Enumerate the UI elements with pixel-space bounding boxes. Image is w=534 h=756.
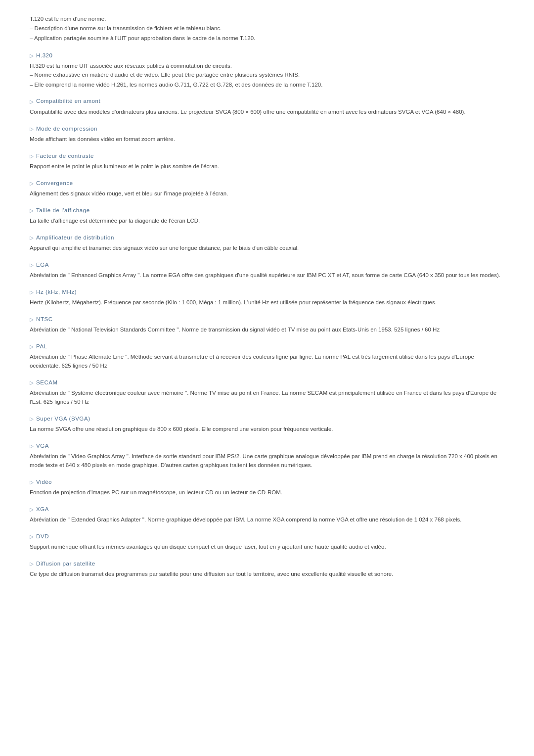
arrow-icon-mode-compression: ▷ — [30, 125, 34, 133]
entry-label-dvd: DVD — [36, 532, 49, 541]
entry-title-h320: ▷H.320 — [30, 51, 504, 60]
arrow-icon-pal: ▷ — [30, 343, 34, 350]
entry-label-ntsc: NTSC — [36, 315, 53, 324]
entry-extra-h320-0: – Norme exhaustive en matière d'audio et… — [30, 71, 504, 80]
entry-body-taille-affichage: La taille d'affichage est déterminée par… — [30, 217, 504, 226]
entry-body-convergence: Alignement des signaux vidéo rouge, vert… — [30, 189, 504, 198]
entry-body-secam: Abréviation de " Système électronique co… — [30, 389, 504, 407]
entry-title-compatibilite: ▷Compatibilité en amont — [30, 97, 504, 105]
entry-text-secam: Abréviation de " Système électronique co… — [30, 389, 504, 407]
entry-label-taille-affichage: Taille de l'affichage — [36, 206, 90, 215]
entry-body-ntsc: Abréviation de " National Television Sta… — [30, 326, 504, 334]
entry-facteur-contraste: ▷Facteur de contrasteRapport entre le po… — [30, 152, 504, 171]
arrow-icon-hz: ▷ — [30, 288, 34, 296]
entry-body-compatibilite: Compatibilité avec des modèles d'ordinat… — [30, 108, 504, 117]
arrow-icon-compatibilite: ▷ — [30, 98, 34, 105]
entry-text-compatibilite: Compatibilité avec des modèles d'ordinat… — [30, 108, 504, 117]
entry-title-secam: ▷SECAM — [30, 378, 504, 387]
entry-body-xga: Abréviation de " Extended Graphics Adapt… — [30, 516, 504, 524]
entry-text-ega: Abréviation de " Enhanced Graphics Array… — [30, 271, 504, 280]
arrow-icon-vga: ▷ — [30, 442, 34, 450]
entry-body-pal: Abréviation de " Phase Alternate Line ".… — [30, 353, 504, 371]
entry-text-vga: Abréviation de " Video Graphics Array ".… — [30, 452, 504, 470]
entry-body-svga: La norme SVGA offre une résolution graph… — [30, 425, 504, 434]
entry-text-taille-affichage: La taille d'affichage est déterminée par… — [30, 217, 504, 226]
entry-title-svga: ▷Super VGA (SVGA) — [30, 415, 504, 423]
entry-body-vga: Abréviation de " Video Graphics Array ".… — [30, 452, 504, 470]
entry-title-amplificateur: ▷Amplificateur de distribution — [30, 234, 504, 242]
entry-compatibilite: ▷Compatibilité en amontCompatibilité ave… — [30, 97, 504, 116]
entry-ega: ▷EGAAbréviation de " Enhanced Graphics A… — [30, 261, 504, 280]
entry-text-diffusion: Ce type de diffusion transmet des progra… — [30, 570, 504, 579]
intro-line-2: – Description d'une norme sur la transmi… — [30, 24, 504, 33]
entry-vga: ▷VGAAbréviation de " Video Graphics Arra… — [30, 442, 504, 470]
entry-title-diffusion: ▷Diffusion par satellite — [30, 560, 504, 568]
entry-title-pal: ▷PAL — [30, 342, 504, 351]
entry-title-convergence: ▷Convergence — [30, 179, 504, 188]
intro-line-1: T.120 est le nom d'une norme. — [30, 15, 504, 23]
entry-ntsc: ▷NTSCAbréviation de " National Televisio… — [30, 315, 504, 334]
entry-title-xga: ▷XGA — [30, 505, 504, 514]
entry-pal: ▷PALAbréviation de " Phase Alternate Lin… — [30, 342, 504, 371]
entry-taille-affichage: ▷Taille de l'affichageLa taille d'affich… — [30, 206, 504, 226]
entry-extra-h320-1: – Elle comprend la norme vidéo H.261, le… — [30, 81, 504, 90]
entry-label-pal: PAL — [36, 342, 47, 351]
arrow-icon-svga: ▷ — [30, 415, 34, 423]
intro-block: T.120 est le nom d'une norme. – Descript… — [30, 15, 504, 43]
entry-label-compatibilite: Compatibilité en amont — [36, 97, 100, 105]
entry-title-taille-affichage: ▷Taille de l'affichage — [30, 206, 504, 215]
entry-diffusion: ▷Diffusion par satelliteCe type de diffu… — [30, 560, 504, 579]
entry-text-pal: Abréviation de " Phase Alternate Line ".… — [30, 353, 504, 371]
entry-title-facteur-contraste: ▷Facteur de contraste — [30, 152, 504, 160]
entry-body-amplificateur: Appareil qui amplifie et transmet des si… — [30, 244, 504, 253]
entry-title-ntsc: ▷NTSC — [30, 315, 504, 324]
entry-label-h320: H.320 — [36, 51, 53, 60]
arrow-icon-video: ▷ — [30, 478, 34, 486]
entry-body-dvd: Support numérique offrant les mêmes avan… — [30, 543, 504, 552]
entry-title-mode-compression: ▷Mode de compression — [30, 125, 504, 133]
entry-title-dvd: ▷DVD — [30, 532, 504, 541]
entry-label-convergence: Convergence — [36, 179, 73, 188]
entry-body-ega: Abréviation de " Enhanced Graphics Array… — [30, 271, 504, 280]
arrow-icon-ega: ▷ — [30, 261, 34, 269]
entry-label-hz: Hz (kHz, MHz) — [36, 288, 77, 296]
entry-text-svga: La norme SVGA offre une résolution graph… — [30, 425, 504, 434]
entry-title-ega: ▷EGA — [30, 261, 504, 269]
entry-text-ntsc: Abréviation de " National Television Sta… — [30, 326, 504, 334]
arrow-icon-diffusion: ▷ — [30, 560, 34, 567]
entry-secam: ▷SECAMAbréviation de " Système électroni… — [30, 378, 504, 407]
entry-title-video: ▷Vidéo — [30, 478, 504, 486]
entry-label-secam: SECAM — [36, 378, 58, 387]
arrow-icon-amplificateur: ▷ — [30, 234, 34, 241]
entry-label-video: Vidéo — [36, 478, 52, 486]
entry-label-ega: EGA — [36, 261, 49, 269]
entry-body-facteur-contraste: Rapport entre le point le plus lumineux … — [30, 162, 504, 171]
entries-container: ▷H.320H.320 est la norme UIT associée au… — [30, 51, 504, 579]
entry-text-convergence: Alignement des signaux vidéo rouge, vert… — [30, 189, 504, 198]
entry-label-vga: VGA — [36, 442, 49, 450]
entry-body-hz: Hertz (Kilohertz, Mégahertz). Fréquence … — [30, 298, 504, 307]
entry-text-dvd: Support numérique offrant les mêmes avan… — [30, 543, 504, 552]
entry-amplificateur: ▷Amplificateur de distributionAppareil q… — [30, 234, 504, 253]
entry-text-amplificateur: Appareil qui amplifie et transmet des si… — [30, 244, 504, 253]
arrow-icon-taille-affichage: ▷ — [30, 207, 34, 214]
arrow-icon-dvd: ▷ — [30, 533, 34, 540]
arrow-icon-ntsc: ▷ — [30, 316, 34, 323]
entry-dvd: ▷DVDSupport numérique offrant les mêmes … — [30, 532, 504, 552]
entry-text-hz: Hertz (Kilohertz, Mégahertz). Fréquence … — [30, 298, 504, 307]
arrow-icon-secam: ▷ — [30, 379, 34, 386]
entry-hz: ▷Hz (kHz, MHz)Hertz (Kilohertz, Mégahert… — [30, 288, 504, 307]
entry-title-hz: ▷Hz (kHz, MHz) — [30, 288, 504, 296]
entry-h320: ▷H.320H.320 est la norme UIT associée au… — [30, 51, 504, 90]
entry-label-amplificateur: Amplificateur de distribution — [36, 234, 114, 242]
arrow-icon-facteur-contraste: ▷ — [30, 152, 34, 160]
entry-label-xga: XGA — [36, 505, 49, 514]
entry-body-diffusion: Ce type de diffusion transmet des progra… — [30, 570, 504, 579]
entry-label-mode-compression: Mode de compression — [36, 125, 97, 133]
entry-text-h320: H.320 est la norme UIT associée aux rése… — [30, 62, 504, 71]
intro-line-3: – Application partagée soumise à l'UIT p… — [30, 34, 504, 43]
entry-mode-compression: ▷Mode de compressionMode affichant les d… — [30, 125, 504, 144]
entry-text-mode-compression: Mode affichant les données vidéo en form… — [30, 135, 504, 144]
entry-xga: ▷XGAAbréviation de " Extended Graphics A… — [30, 505, 504, 524]
entry-svga: ▷Super VGA (SVGA)La norme SVGA offre une… — [30, 415, 504, 434]
